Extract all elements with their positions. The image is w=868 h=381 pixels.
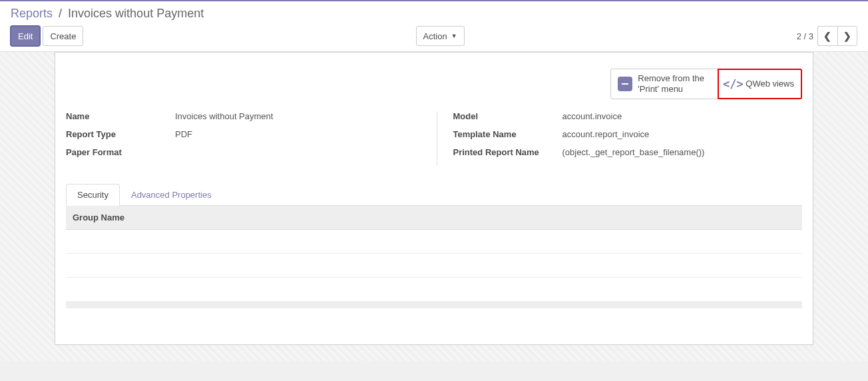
caret-down-icon: ▼ <box>451 33 457 39</box>
tabs: Security Advanced Properties <box>66 184 802 206</box>
pager-next-button[interactable]: ❯ <box>837 26 857 46</box>
value-template: account.report_invoice <box>560 129 650 139</box>
form-col-right: Model account.invoice Template Name acco… <box>437 111 803 165</box>
value-name: Invoices without Payment <box>172 111 273 121</box>
pager-prev-button[interactable]: ❮ <box>817 26 837 46</box>
row-name: Name Invoices without Payment <box>66 111 415 121</box>
pager-buttons: ❮ ❯ <box>817 26 857 46</box>
tab-security[interactable]: Security <box>66 184 120 206</box>
control-center: Action ▼ <box>416 26 465 46</box>
breadcrumb-current: Invoices without Payment <box>68 7 204 20</box>
row-model: Model account.invoice <box>453 111 803 121</box>
control-right: 2 / 3 ❮ ❯ <box>797 26 857 46</box>
value-paper-format <box>172 147 175 157</box>
security-table: Group Name <box>66 206 802 308</box>
table-header-group-name: Group Name <box>66 206 802 230</box>
label-name: Name <box>66 111 172 121</box>
table-row <box>66 230 802 254</box>
qweb-views-button[interactable]: </> QWeb views <box>718 69 802 99</box>
action-label: Action <box>423 31 447 41</box>
control-left: Edit Create <box>11 26 83 46</box>
table-row <box>66 254 802 278</box>
pager: 2 / 3 ❮ ❯ <box>797 26 857 46</box>
control-row: Edit Create Action ▼ 2 / 3 ❮ ❯ <box>11 26 857 46</box>
label-model: Model <box>453 111 560 121</box>
label-report-type: Report Type <box>66 129 172 139</box>
label-template: Template Name <box>453 129 560 139</box>
row-printed: Printed Report Name (object._get_report_… <box>453 147 803 157</box>
stat-button-box: Remove from the 'Print' menu </> QWeb vi… <box>66 69 802 99</box>
tab-advanced[interactable]: Advanced Properties <box>120 184 223 206</box>
breadcrumb-separator: / <box>59 7 62 20</box>
breadcrumb-parent[interactable]: Reports <box>11 7 53 20</box>
form-sheet: Remove from the 'Print' menu </> QWeb vi… <box>55 52 813 345</box>
chevron-left-icon: ❮ <box>823 31 831 41</box>
main-background: Remove from the 'Print' menu </> QWeb vi… <box>0 52 868 361</box>
row-template: Template Name account.report_invoice <box>453 129 803 139</box>
code-icon: </> <box>726 77 740 91</box>
pager-count[interactable]: 2 / 3 <box>797 31 813 41</box>
row-report-type: Report Type PDF <box>66 129 415 139</box>
value-model: account.invoice <box>560 111 622 121</box>
chevron-right-icon: ❯ <box>843 31 851 41</box>
create-button[interactable]: Create <box>43 26 83 46</box>
label-paper-format: Paper Format <box>66 147 172 157</box>
svg-rect-0 <box>622 83 628 85</box>
remove-from-print-button[interactable]: Remove from the 'Print' menu <box>610 69 718 99</box>
action-dropdown[interactable]: Action ▼ <box>416 26 465 46</box>
value-report-type: PDF <box>172 129 192 139</box>
minus-icon <box>618 77 632 91</box>
form-columns: Name Invoices without Payment Report Typ… <box>66 111 802 165</box>
form-col-left: Name Invoices without Payment Report Typ… <box>66 111 415 165</box>
qweb-views-label: QWeb views <box>746 79 794 89</box>
breadcrumb: Reports / Invoices without Payment <box>11 7 857 21</box>
value-printed: (object._get_report_base_filename()) <box>560 147 705 157</box>
label-printed: Printed Report Name <box>453 147 560 157</box>
row-paper-format: Paper Format <box>66 147 415 157</box>
table-row <box>66 278 802 302</box>
remove-from-print-label: Remove from the 'Print' menu <box>638 73 711 95</box>
control-panel: Reports / Invoices without Payment Edit … <box>0 1 868 52</box>
edit-button[interactable]: Edit <box>11 26 40 46</box>
table-footer <box>66 302 802 308</box>
